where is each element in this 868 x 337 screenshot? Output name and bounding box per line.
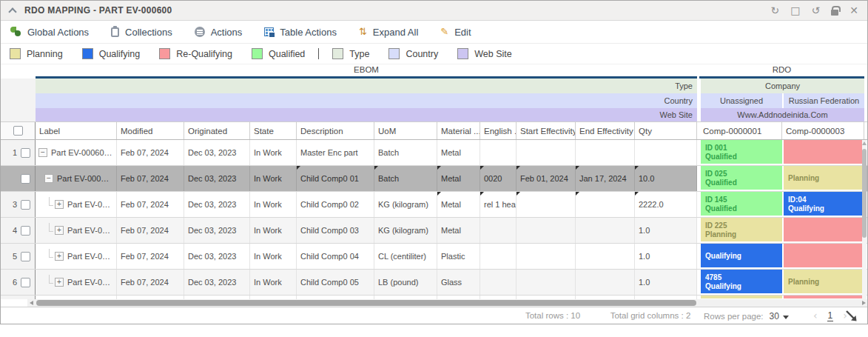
rdo-status-cell-planning[interactable]: Planning (782, 270, 864, 295)
scroll-left-arrow-icon[interactable] (30, 301, 33, 305)
rdo-status-cell-qualifying[interactable]: Qualifying (699, 244, 782, 269)
group-header-row: EBOM RDO (1, 64, 867, 79)
rdo-status-cell-qualifying[interactable]: 4785Qualifying (699, 270, 782, 295)
current-page-number[interactable]: 1 (827, 310, 834, 321)
cell-originated: Dec 03, 2023 (184, 218, 250, 243)
cell-start_eff (517, 192, 576, 217)
rdo-status-cell-qualified[interactable]: ID 145Qualified (699, 192, 782, 217)
row-checkbox[interactable] (21, 252, 30, 261)
edit-icon: ✎ (440, 27, 448, 37)
cell-label: +Part EV-000... (36, 270, 117, 295)
rdo-status-cell-planning[interactable]: Planning (782, 166, 864, 191)
previous-page-button[interactable]: ‹ (813, 310, 818, 321)
rdo-cell-id: Planning (788, 174, 860, 182)
column-header-originated[interactable]: Originated (184, 122, 250, 139)
row-number: 6 (13, 278, 17, 287)
collapse-node-icon[interactable]: − (38, 148, 47, 157)
cell-end_eff (576, 192, 635, 217)
cell-state: In Work (250, 192, 297, 217)
cell-start_eff (517, 270, 576, 295)
rdo-status-cell-qualified[interactable]: ID 001Qualified (699, 140, 782, 165)
table-row[interactable]: 5+Part EV-000...Feb 07, 2024Dec 03, 2023… (1, 244, 867, 270)
rdo-status-cell-requalifying[interactable] (782, 140, 864, 165)
column-header-uom[interactable]: UoM (374, 122, 437, 139)
resize-handle-icon[interactable] (844, 309, 861, 324)
legend-item-qualified: Qualified (252, 48, 305, 59)
expand-node-icon[interactable]: + (55, 252, 64, 261)
collapse-panel-icon[interactable] (8, 7, 16, 16)
rdo-cell-status: Qualifying (705, 282, 778, 290)
column-header-state[interactable]: State (250, 122, 297, 139)
part-label: Part EV-000600 A (51, 148, 112, 157)
rdo-status-cell-planning[interactable]: ID 225Planning (699, 218, 782, 243)
close-icon[interactable]: ✕ (850, 5, 858, 16)
table-row[interactable]: 6+Part EV-000...Feb 07, 2024Dec 03, 2023… (1, 270, 867, 296)
table-row[interactable]: −Part EV-000601 AFeb 07, 2024Dec 03, 202… (1, 166, 867, 192)
cell-description: Master Enc part (297, 140, 374, 165)
attr-value-www-addnodeinida-com: Www.Addnodeinida.Com (699, 108, 864, 121)
toolbar-table-actions[interactable]: Table Actions (264, 27, 337, 38)
rdo-column-header-comp-0000003[interactable]: Comp-0000003 (782, 122, 864, 139)
reset-icon[interactable]: ↺ (812, 5, 821, 16)
toolbar-item-label: Expand All (373, 27, 418, 38)
rdo-status-cell-requalifying[interactable] (782, 218, 864, 243)
column-header-start-effectivity[interactable]: Start Effectivity ... (517, 122, 576, 139)
maximize-icon[interactable]: □ (790, 5, 800, 16)
cell-modified: Feb 07, 2024 (117, 270, 184, 295)
column-header-label[interactable]: Label (36, 122, 117, 139)
select-all-checkbox[interactable] (13, 126, 23, 136)
row-checkbox[interactable] (21, 174, 30, 184)
toolbar-expand-all[interactable]: ⇅Expand All (359, 27, 418, 38)
toolbar-item-label: Table Actions (280, 27, 337, 38)
expand-node-icon[interactable]: + (55, 278, 64, 287)
total-rows-label: Total rows : 10 (508, 311, 597, 320)
lock-icon[interactable] (831, 10, 838, 16)
legend-label: Planning (27, 49, 63, 59)
table-row[interactable]: 1−Part EV-000600 AFeb 07, 2024Dec 03, 20… (1, 140, 867, 166)
row-checkbox[interactable] (21, 278, 30, 287)
horizontal-scrollbar-thumb[interactable] (36, 300, 696, 306)
rdo-status-cell-qualified[interactable]: ID 025Qualified (699, 166, 782, 191)
rows-per-page-select[interactable]: 30 (770, 311, 789, 321)
total-grid-columns-label: Total grid columns : 2 (588, 311, 713, 320)
cell-qty: 1.0 (635, 218, 697, 243)
rows-per-page-label: Rows per page: (704, 312, 764, 321)
expand-node-icon[interactable]: + (55, 200, 64, 209)
cell-modified: Feb 07, 2024 (117, 192, 184, 217)
column-header-material[interactable]: Material ... (437, 122, 480, 139)
toolbar-collections[interactable]: Collections (111, 27, 172, 38)
cell-modified: Feb 07, 2024 (117, 140, 184, 165)
scroll-up-arrow-icon[interactable] (862, 141, 867, 145)
rdo-status-cell-qualifying[interactable]: ID:04Qualifying (782, 192, 864, 217)
toolbar-actions[interactable]: Actions (195, 27, 243, 38)
scroll-right-arrow-icon[interactable] (862, 301, 866, 305)
toolbar-global-actions[interactable]: Global Actions (10, 27, 89, 38)
column-header-english[interactable]: English ... (480, 122, 517, 139)
expand-all-icon: ⇅ (359, 27, 367, 37)
legend-swatch-re-qualifying (159, 48, 170, 59)
refresh-icon[interactable]: ↻ (771, 5, 780, 16)
rdo-column-header-comp-0000001[interactable]: Comp-0000001 (699, 122, 782, 139)
panel-title: RDO MAPPING - PART EV-000600 (24, 5, 172, 16)
column-header-modified[interactable]: Modified (117, 122, 184, 139)
attr-row-left-spacer (1, 93, 36, 108)
toolbar-edit[interactable]: ✎Edit (440, 27, 471, 38)
rdo-status-cell-requalifying[interactable] (782, 244, 864, 269)
column-header-qty[interactable]: Qty (635, 122, 697, 139)
cell-material: Metal (437, 140, 480, 165)
table-row[interactable]: 3+Part EV-000...Feb 07, 2024Dec 03, 2023… (1, 192, 867, 218)
attr-row-left-spacer (1, 79, 36, 93)
collapse-node-icon[interactable]: − (44, 174, 53, 183)
cell-qty (635, 140, 697, 165)
column-header-end-effectivity-d[interactable]: End Effectivity D... (576, 122, 635, 139)
vertical-scrollbar-thumb[interactable] (862, 149, 867, 238)
rows-per-page: Rows per page: 30 (704, 311, 789, 321)
column-header-description[interactable]: Description (297, 122, 374, 139)
expand-node-icon[interactable]: + (55, 226, 64, 235)
rdo-cell-id: ID 025 (705, 170, 778, 178)
part-label: Part EV-000601 A (57, 174, 112, 183)
row-checkbox[interactable] (21, 226, 30, 236)
table-row[interactable]: 4+Part EV-000...Feb 07, 2024Dec 03, 2023… (1, 218, 867, 244)
row-checkbox[interactable] (21, 200, 30, 210)
row-checkbox[interactable] (21, 148, 30, 158)
